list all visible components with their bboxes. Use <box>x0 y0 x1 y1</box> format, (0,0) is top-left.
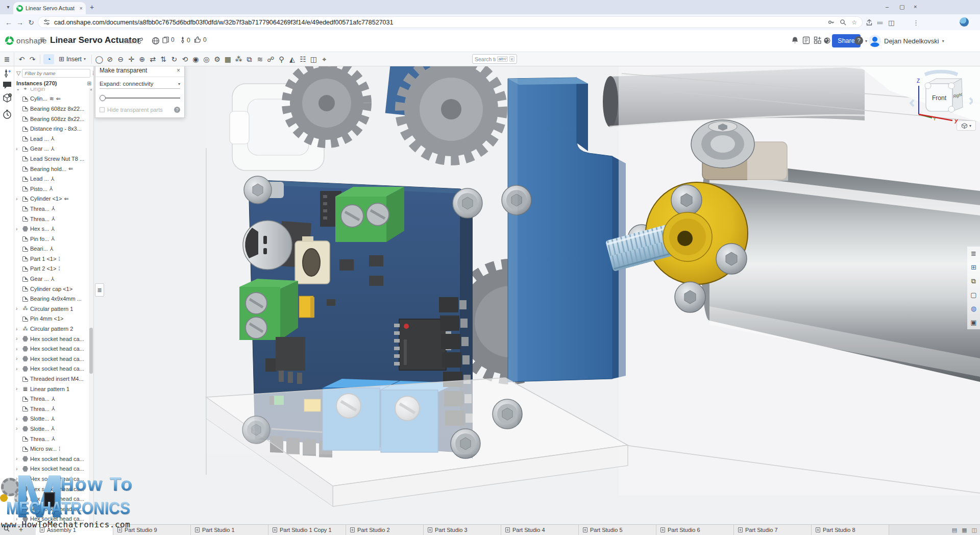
add-tab-button[interactable]: + <box>13 525 29 535</box>
viewport-3d-scene[interactable] <box>94 66 980 524</box>
browser-profile-avatar[interactable] <box>960 17 969 27</box>
tree-item-cylinder-1[interactable]: ›Cylinder <1>⇐ <box>14 194 89 204</box>
bottom-tab-part-studio-5[interactable]: Part Studio 5 <box>579 525 656 535</box>
measure-icon[interactable]: ⚲ <box>276 53 287 66</box>
window-minimize-button[interactable]: – <box>886 4 889 10</box>
tree-item-threa[interactable]: Threa...⅄ <box>14 434 89 444</box>
tree-item-gear[interactable]: ›Gear ...⅄ <box>14 144 89 154</box>
slider-knob[interactable] <box>100 95 106 101</box>
share-save-icon[interactable] <box>866 19 873 26</box>
tree-item-part-1-1[interactable]: Part 1 <1>⁞ <box>14 254 89 264</box>
tree-item-distance-ring-8x3[interactable]: Distance ring - 8x3... <box>14 124 89 134</box>
tree-expand-icon[interactable]: › <box>16 226 20 232</box>
replicate-icon[interactable]: ⧉ <box>244 53 255 66</box>
tab-close-icon[interactable]: × <box>80 5 83 11</box>
bottom-tab-part-studio-1-copy-1[interactable]: Part Studio 1 Copy 1 <box>268 525 346 535</box>
tree-item-slotte[interactable]: ›Slotte...⅄ <box>14 424 89 434</box>
dialog-help-icon[interactable]: ? <box>174 107 180 113</box>
slider-track[interactable] <box>100 98 180 99</box>
revolute-mate-icon[interactable]: ⊖ <box>115 53 126 66</box>
insert-button[interactable]: ⊞Insert▾ <box>55 55 89 63</box>
tree-expand-icon[interactable]: › <box>16 196 20 202</box>
tree-item-hex-socket-head-ca[interactable]: ›Hex socket head ca... <box>14 474 89 484</box>
tree-item-threa[interactable]: Threa...⅄ <box>14 404 89 414</box>
url-text[interactable]: cad.onshape.com/documents/a8fbb0c7675d6b… <box>54 19 823 26</box>
parts-help-icon[interactable]: ? <box>2 93 12 103</box>
cylindrical-mate-icon[interactable]: ⇅ <box>158 53 169 66</box>
tree-item-hex-socket-head-ca[interactable]: ›Hex socket head ca... <box>14 334 89 344</box>
group-icon[interactable]: ⊕ <box>137 53 148 66</box>
tree-expand-icon[interactable]: › <box>16 506 20 512</box>
bottom-tab-part-studio-3[interactable]: Part Studio 3 <box>424 525 501 535</box>
tree-item-circular-pattern-1[interactable]: ›⁂Circular pattern 1 <box>14 304 89 314</box>
rollback-icon[interactable]: ◔ <box>43 54 54 64</box>
comments-icon[interactable] <box>2 80 12 90</box>
tree-item-hex-s[interactable]: ›Hex s...⅄ <box>14 224 89 234</box>
public-globe-icon[interactable] <box>152 37 160 45</box>
tree-item-hex-socket-head-ca[interactable]: ›Hex socket head ca... <box>14 344 89 354</box>
configurations-icon[interactable]: ⧉ <box>967 274 980 288</box>
tree-item-cylinder-cap-1[interactable]: Cylinder cap <1> <box>14 284 89 294</box>
flange-bolt-right[interactable] <box>716 244 747 274</box>
tree-expand-icon[interactable]: › <box>16 366 20 372</box>
expand-dropdown[interactable]: Expand: connectivity ▾ <box>100 81 180 89</box>
bottom-tab-part-studio-8[interactable]: Part Studio 8 <box>812 525 889 535</box>
tree-expand-icon[interactable]: ⌄ <box>16 88 20 91</box>
tree-item-micro-sw[interactable]: Micro sw...⁞ <box>14 444 89 454</box>
parallel-mate-icon[interactable]: ◎ <box>201 53 212 66</box>
share-link-icon[interactable] <box>137 37 144 44</box>
tree-expand-icon[interactable]: › <box>16 456 20 461</box>
tree-item-lead[interactable]: Lead ...⅄ <box>14 174 89 184</box>
new-tab-button[interactable]: + <box>90 4 94 10</box>
mate-connector-icon[interactable]: ✛ <box>126 53 137 66</box>
tree-expand-icon[interactable]: › <box>16 356 20 361</box>
tree-item-hex-socket-head-ca[interactable]: ›Hex socket head ca... <box>14 454 89 464</box>
help-button[interactable]: ? ▾ <box>854 36 867 45</box>
explode-icon[interactable]: ≋ <box>255 53 265 66</box>
tree-item-hex-socket-head-ca[interactable]: ›Hex socket head ca... <box>14 494 89 504</box>
tree-item-pin-4mm-1[interactable]: Pin 4mm <1> <box>14 314 89 324</box>
cube-body[interactable]: Front Right <box>925 79 963 112</box>
tree-expand-icon[interactable]: › <box>16 386 20 392</box>
feature-list-icon[interactable]: ≣ <box>967 247 980 260</box>
notifications-bell-icon[interactable] <box>791 36 799 44</box>
apps-grid-icon[interactable] <box>814 36 822 44</box>
slider-mate-icon[interactable]: ⇄ <box>148 53 158 66</box>
mate-tools-icon[interactable]: + <box>2 68 12 79</box>
tree-item-part-2-1[interactable]: Part 2 <1>⁞ <box>14 264 89 274</box>
zoom-icon[interactable] <box>840 19 846 26</box>
origin-icon[interactable]: ⌖ <box>319 53 330 66</box>
add-instance-icon[interactable]: ⊞ <box>87 81 91 86</box>
back-icon[interactable]: ← <box>3 18 14 27</box>
tree-expand-icon[interactable]: › <box>16 496 20 502</box>
copies-stat[interactable]: 0 <box>162 36 175 43</box>
password-key-icon[interactable] <box>828 19 835 26</box>
bottom-tab-part-studio-6[interactable]: Part Studio 6 <box>656 525 734 535</box>
window-close-button[interactable]: × <box>914 4 917 10</box>
tree-item-lead-screw-nut-t8[interactable]: Lead Screw Nut T8 ... <box>14 154 89 164</box>
bookmark-star-icon[interactable]: ☆ <box>851 19 857 26</box>
hide-transparent-checkbox[interactable] <box>100 107 105 112</box>
list-view-icon[interactable]: ≣ <box>92 69 94 77</box>
fastened-mate-icon[interactable]: ⊘ <box>105 53 115 66</box>
tree-item-pin-fo[interactable]: Pin fo...⅄ <box>14 234 89 244</box>
tasks-list-icon[interactable] <box>802 36 810 44</box>
scroll-up-icon[interactable]: ▲ <box>89 88 93 91</box>
tree-expand-icon[interactable]: › <box>16 486 20 492</box>
tree-expand-icon[interactable]: › <box>16 346 20 352</box>
tree-item-threa[interactable]: Threa...⅄ <box>14 204 89 214</box>
undo-icon[interactable]: ↶ <box>16 53 27 66</box>
tree-expand-icon[interactable]: › <box>16 326 20 332</box>
browser-menu-icon[interactable]: ⋮ <box>913 19 919 27</box>
history-icon[interactable] <box>2 109 12 119</box>
named-views-icon[interactable]: ▢ <box>967 288 980 302</box>
tree-item-beari[interactable]: Beari...⅄ <box>14 244 89 254</box>
tree-expand-icon[interactable]: › <box>16 146 20 152</box>
tree-item-threa[interactable]: Threa...⅄ <box>14 394 89 404</box>
gear-relation-icon[interactable]: ⚙ <box>212 53 223 66</box>
filter-funnel-icon[interactable]: ▽ <box>16 70 20 77</box>
3d-viewport[interactable]: Make transparent × Expand: connectivity … <box>94 66 980 524</box>
named-positions-icon[interactable]: ◫ <box>308 53 319 66</box>
tree-expand-icon[interactable]: › <box>16 516 20 522</box>
browser-tab[interactable]: Linear Servo Actuator | Assemb × <box>13 2 86 14</box>
